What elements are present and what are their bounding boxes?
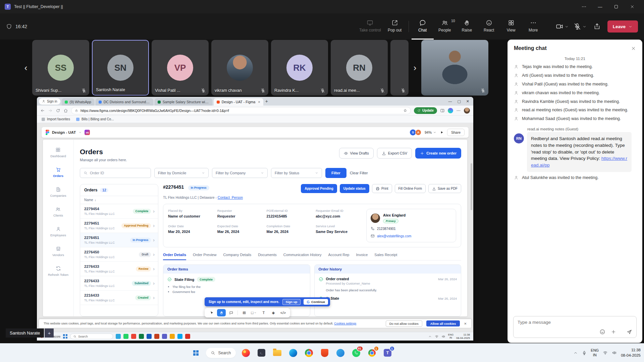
cookie-settings-link[interactable]: Cookies settings xyxy=(334,322,356,325)
present-icon[interactable] xyxy=(440,130,444,134)
address-bar[interactable]: https://www.figma.com/design/9BKQ0FOHRWa… xyxy=(71,107,411,114)
leave-button[interactable]: Leave xyxy=(607,20,638,33)
filmstrip-prev-button[interactable]: ‹ xyxy=(22,62,30,74)
component-icon[interactable]: ◈ xyxy=(269,309,278,316)
maximize-button[interactable] xyxy=(609,0,623,13)
order-row[interactable]: 2279454TL Flex Holdings LLC Complete› xyxy=(80,204,158,219)
pin-presenter-button[interactable]: + xyxy=(45,328,54,338)
filter-company-select[interactable]: Filter by Company xyxy=(212,168,268,178)
collaborator-avatar[interactable]: A xyxy=(415,129,421,135)
firefox-icon[interactable] xyxy=(240,347,252,359)
camera-chevron-icon[interactable] xyxy=(565,24,569,29)
titlebar-more-icon[interactable] xyxy=(577,0,591,13)
tab-communication-history[interactable]: Communication History xyxy=(283,253,322,260)
export-csv-button[interactable]: Export CSV xyxy=(377,148,412,159)
print-button[interactable]: Print xyxy=(372,184,392,193)
browser-menu-icon[interactable] xyxy=(456,108,461,113)
home-icon[interactable] xyxy=(63,108,68,113)
mic-button[interactable] xyxy=(574,23,587,30)
react-button[interactable]: React xyxy=(478,13,500,40)
pinned-app-icon[interactable] xyxy=(131,334,136,339)
file-explorer-icon[interactable] xyxy=(272,347,283,359)
close-button[interactable] xyxy=(625,0,639,13)
pinned-app-icon[interactable] xyxy=(139,334,144,339)
sidebar-item-dashboard[interactable]: Dashboard xyxy=(50,147,66,158)
order-row[interactable]: 2279451TL Flex Holdings LLC Approval Pen… xyxy=(80,219,158,233)
tab-sales-receipt[interactable]: Sales Receipt xyxy=(374,253,397,260)
brave-icon[interactable] xyxy=(319,347,330,359)
move-tool-icon[interactable] xyxy=(207,309,216,316)
sidebar-item-employees[interactable]: Employees xyxy=(50,226,66,237)
sidebar-item-clients[interactable]: Clients xyxy=(53,206,63,217)
sidebar-item-orders[interactable]: Orders xyxy=(53,167,63,178)
new-tab-button[interactable]: + xyxy=(265,99,268,104)
camera-button[interactable] xyxy=(556,23,569,30)
start-button[interactable] xyxy=(190,347,202,359)
order-row[interactable]: 2216433TL Flex Holdings LLC Created› xyxy=(80,291,158,305)
save-as-pdf-button[interactable]: Save as PDF xyxy=(428,184,461,193)
doc-chevron-icon[interactable] xyxy=(78,131,82,134)
back-icon[interactable] xyxy=(40,108,45,113)
pinned-app-icon[interactable] xyxy=(162,334,167,339)
chat-button[interactable]: Chat xyxy=(412,13,434,40)
dev-mode-icon[interactable]: </> xyxy=(279,309,287,316)
browser-avatar[interactable] xyxy=(464,108,470,114)
language-indicator[interactable]: ENG IN xyxy=(591,348,599,357)
chrome-profile-icon[interactable]: 1 xyxy=(366,347,378,359)
tray-expand-icon[interactable] xyxy=(573,351,578,355)
leave-chevron-icon[interactable] xyxy=(628,24,633,29)
view-button[interactable]: View xyxy=(500,13,522,40)
tab-order-preview[interactable]: Order Preview xyxy=(193,253,216,260)
browser-close-button[interactable]: ✕ xyxy=(466,99,469,104)
hand-tool-icon[interactable] xyxy=(217,309,226,316)
contact-person-link[interactable]: Contact_Person xyxy=(218,195,243,199)
browser-profile-chip[interactable]: Sign in xyxy=(39,98,60,105)
pinned-app-icon[interactable] xyxy=(170,334,175,339)
raise-hand-button[interactable]: Raise xyxy=(456,13,478,40)
comment-tool-icon[interactable] xyxy=(227,309,235,316)
browser-minimize-button[interactable]: — xyxy=(448,99,452,103)
filter-clear-button[interactable]: Clear Filter xyxy=(350,171,368,175)
order-id-search-input[interactable]: Order ID xyxy=(80,168,151,178)
order-row[interactable]: 2276433TL Flex Holdings LLC Review› xyxy=(80,262,158,276)
send-icon[interactable] xyxy=(626,329,632,335)
figma-share-button[interactable]: Share xyxy=(447,129,465,136)
minimize-button[interactable]: — xyxy=(593,0,607,13)
text-tool-icon[interactable]: T xyxy=(259,309,268,316)
close-tab-icon[interactable]: × xyxy=(258,100,260,104)
sidebar-item-refresh-token[interactable]: Refresh Token xyxy=(48,266,68,277)
tray-expand-icon[interactable] xyxy=(428,335,432,339)
pinned-app-icon[interactable] xyxy=(147,334,152,339)
tab-account-rep[interactable]: Account Rep xyxy=(328,253,350,260)
filter-status-select[interactable]: Filter by Status xyxy=(271,168,322,178)
allow-cookies-button[interactable]: Allow all cookies xyxy=(426,320,460,326)
favorite-bills[interactable]: Bills | Billing and Co... xyxy=(76,117,114,121)
filter-domicile-select[interactable]: Filter by Domicile xyxy=(154,168,209,178)
pop-out-button[interactable]: Pop out xyxy=(384,13,406,40)
take-control-button[interactable]: Take control xyxy=(357,13,384,40)
browser-tab[interactable]: DC Divisions and Surroundings xyxy=(96,98,153,106)
browser-maximize-button[interactable]: ▢ xyxy=(457,99,461,104)
favorite-import[interactable]: Import favorites xyxy=(42,117,70,121)
clock[interactable]: 11:38 08-04-2025 xyxy=(456,333,470,340)
update-status-button[interactable]: Update status xyxy=(340,184,369,193)
tab-order-details[interactable]: Order Details xyxy=(163,253,186,260)
video-tile-partial[interactable] xyxy=(390,40,409,96)
forward-icon[interactable] xyxy=(48,108,53,113)
clock[interactable]: 11:38 08-04-2025 xyxy=(621,348,641,358)
tab-invoice[interactable]: Invoice xyxy=(356,253,368,260)
wifi-icon[interactable] xyxy=(435,335,439,339)
order-row[interactable]: 2276433TL Flex Holdings LLC Submitted› xyxy=(80,276,158,291)
emoji-icon[interactable] xyxy=(599,329,605,335)
tray-mic-icon[interactable] xyxy=(582,351,587,355)
video-tile[interactable]: RN read.ai mee... xyxy=(331,40,388,96)
chat-input[interactable] xyxy=(518,320,632,325)
shape-tool-icon[interactable]: □ xyxy=(250,309,258,316)
blue-app-icon[interactable] xyxy=(335,347,346,359)
pinned-app-icon[interactable] xyxy=(123,334,128,339)
chat-message-list[interactable]: Today 11:21 Tejas Ingle was invited to t… xyxy=(508,54,642,313)
scrollbar[interactable] xyxy=(471,163,472,210)
fill-online-form-button[interactable]: Fill Online Form xyxy=(395,184,426,193)
video-tile[interactable]: VP Vishal Patil ... xyxy=(152,40,209,96)
approval-pending-button[interactable]: Approval Pending xyxy=(301,184,337,193)
